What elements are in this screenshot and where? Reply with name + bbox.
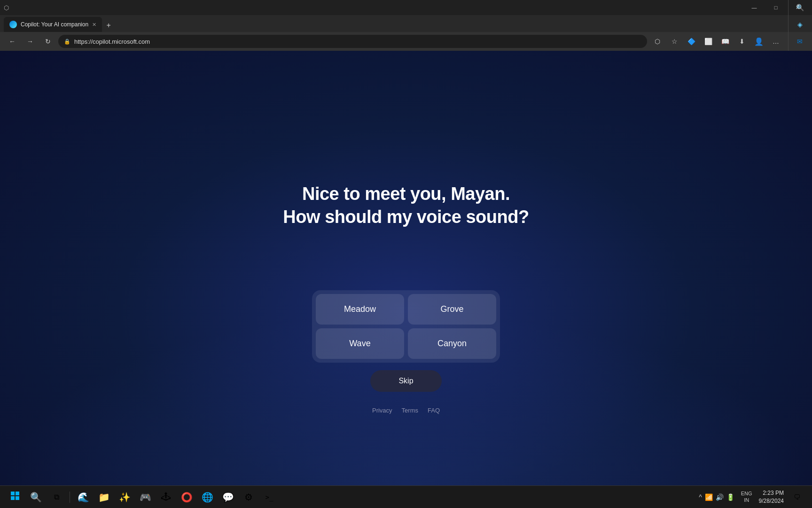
- taskbar: 🔍 ⧉ 🌊 📁 ✨ 🎮 🕹 ⭕ 🌐 💬 ⚙: [0, 485, 812, 508]
- browser-logo: ⬡: [4, 4, 9, 11]
- nav-bar: ← → ↻ 🔒 https://copilot.microsoft.com ⬡ …: [0, 32, 812, 51]
- forward-button[interactable]: →: [23, 34, 38, 49]
- obs-taskbar-button[interactable]: ⭕: [177, 488, 196, 507]
- refresh-button[interactable]: ↻: [40, 34, 55, 49]
- language-button[interactable]: ENGIN: [738, 489, 755, 505]
- taskbar-right: ^ 📶 🔊 🔋 ENGIN 2:23 PM 9/28/2024 🗨: [699, 488, 806, 507]
- download-button[interactable]: ⬇: [734, 34, 750, 49]
- skip-button[interactable]: Skip: [370, 370, 441, 392]
- menu-button[interactable]: …: [768, 34, 783, 49]
- taskview-icon: ⧉: [54, 493, 59, 501]
- new-tab-button[interactable]: +: [102, 19, 115, 32]
- terminal-taskbar-icon: >_: [265, 493, 273, 501]
- svg-rect-3: [16, 496, 19, 500]
- voice-grid: Meadow Grove Wave Canyon: [312, 290, 500, 363]
- system-tray: ^ 📶 🔊 🔋: [699, 493, 734, 501]
- svg-rect-1: [16, 492, 19, 495]
- notifications-button[interactable]: 🗨: [788, 488, 806, 507]
- chrome-taskbar-button[interactable]: 🌐: [198, 488, 217, 507]
- taskbar-separator-1: [70, 492, 70, 503]
- language-text: ENGIN: [741, 491, 752, 503]
- voice-option-meadow[interactable]: Meadow: [316, 294, 404, 325]
- discord-taskbar-button[interactable]: 💬: [219, 488, 237, 507]
- notifications-icon: 🗨: [794, 493, 800, 501]
- active-tab[interactable]: Copilot: Your AI companion ✕: [4, 17, 102, 32]
- battery-icon[interactable]: 🔋: [726, 493, 734, 501]
- tab-bar: Copilot: Your AI companion ✕ +: [0, 15, 812, 32]
- obs-taskbar-icon: ⭕: [181, 492, 193, 503]
- url-text: https://copilot.microsoft.com: [74, 38, 150, 45]
- sound-icon[interactable]: 🔊: [716, 493, 724, 501]
- outlook-sidebar-icon[interactable]: ✉: [792, 34, 807, 49]
- extensions-button[interactable]: ⬡: [650, 34, 665, 49]
- privacy-link[interactable]: Privacy: [372, 407, 392, 414]
- footer-links: Privacy Terms FAQ: [372, 407, 440, 414]
- edge-taskbar-icon: 🌊: [78, 492, 89, 503]
- start-button[interactable]: [6, 488, 24, 507]
- search-taskbar-icon: 🔍: [30, 492, 42, 503]
- discord-taskbar-icon: 💬: [222, 492, 234, 503]
- nav-right-controls: ⬡ ☆ 🔷 ⬜ 📖 ⬇ 👤 …: [650, 34, 783, 49]
- tab-close-icon[interactable]: ✕: [92, 22, 96, 28]
- favorites-button[interactable]: ☆: [667, 34, 682, 49]
- copilot-sidebar-icon[interactable]: ◈: [792, 17, 807, 32]
- sidebar-search-icon[interactable]: 🔍: [792, 0, 807, 15]
- gamepad-taskbar-button[interactable]: 🕹: [156, 488, 175, 507]
- faq-link[interactable]: FAQ: [428, 407, 440, 414]
- main-heading: Nice to meet you, Mayan. How should my v…: [283, 183, 529, 229]
- profile-button[interactable]: 👤: [751, 34, 766, 49]
- explorer-taskbar-icon: 📁: [98, 492, 110, 503]
- settings-taskbar-button[interactable]: ⚙: [239, 488, 258, 507]
- gamepad-taskbar-icon: 🕹: [161, 492, 171, 502]
- svg-rect-0: [11, 492, 15, 495]
- steam-taskbar-icon: 🎮: [140, 492, 151, 503]
- windows-logo-icon: [11, 492, 19, 502]
- maximize-button[interactable]: □: [765, 0, 787, 15]
- title-bar-left: ⬡: [4, 4, 9, 11]
- clock-date: 9/28/2024: [759, 497, 784, 505]
- svg-rect-2: [11, 496, 15, 500]
- settings-taskbar-icon: ⚙: [244, 492, 253, 503]
- voice-option-grove[interactable]: Grove: [408, 294, 496, 325]
- tab-title: Copilot: Your AI companion: [21, 21, 88, 28]
- voice-options-container: Meadow Grove Wave Canyon Skip Privacy Te…: [312, 290, 500, 414]
- split-screen-button[interactable]: ⬜: [701, 34, 716, 49]
- clock-time: 2:23 PM: [759, 489, 784, 497]
- collections-button[interactable]: 🔷: [684, 34, 699, 49]
- address-bar[interactable]: 🔒 https://copilot.microsoft.com: [58, 35, 647, 48]
- title-bar: ⬡ — □ ✕: [0, 0, 812, 15]
- search-taskbar-button[interactable]: 🔍: [26, 488, 45, 507]
- tab-favicon: [9, 21, 17, 28]
- immersive-reader-button[interactable]: 📖: [718, 34, 733, 49]
- copilot-taskbar-icon: ✨: [119, 492, 131, 503]
- copilot-taskbar-button[interactable]: ✨: [115, 488, 134, 507]
- chrome-taskbar-icon: 🌐: [202, 492, 213, 503]
- terminal-taskbar-button[interactable]: >_: [260, 488, 279, 507]
- taskview-button[interactable]: ⧉: [47, 488, 66, 507]
- voice-option-wave[interactable]: Wave: [316, 328, 404, 359]
- voice-option-canyon[interactable]: Canyon: [408, 328, 496, 359]
- terms-link[interactable]: Terms: [402, 407, 418, 414]
- network-icon[interactable]: 📶: [705, 493, 713, 501]
- explorer-taskbar-button[interactable]: 📁: [94, 488, 113, 507]
- page-content: Nice to meet you, Mayan. How should my v…: [0, 51, 812, 485]
- show-hidden-icon[interactable]: ^: [699, 493, 702, 501]
- minimize-button[interactable]: —: [743, 0, 765, 15]
- edge-taskbar-button[interactable]: 🌊: [74, 488, 93, 507]
- system-clock[interactable]: 2:23 PM 9/28/2024: [759, 489, 784, 505]
- heading-line1: Nice to meet you, Mayan.: [283, 183, 529, 206]
- back-button[interactable]: ←: [5, 34, 20, 49]
- steam-taskbar-button[interactable]: 🎮: [136, 488, 155, 507]
- heading-line2: How should my voice sound?: [283, 206, 529, 229]
- lock-icon: 🔒: [64, 39, 70, 45]
